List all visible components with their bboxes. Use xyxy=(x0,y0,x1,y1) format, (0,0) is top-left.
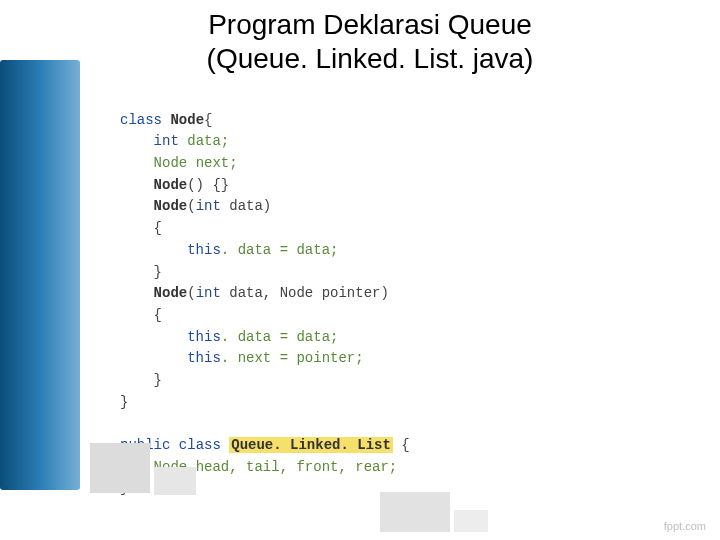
kw-int-3: int xyxy=(196,285,221,301)
code-block: class Node{ int data; Node next; Node() … xyxy=(120,88,660,500)
ctor-node: Node xyxy=(154,177,188,193)
ctor-empty: () {} xyxy=(187,177,229,193)
kw-int-2: int xyxy=(196,198,221,214)
assign-next: . next = pointer; xyxy=(221,350,364,366)
ctor-node-3: Node xyxy=(154,285,188,301)
field-next: next; xyxy=(196,155,238,171)
brace-close-class: } xyxy=(120,394,128,410)
assign-data: . data = data; xyxy=(221,242,339,258)
footer-credit: fppt.com xyxy=(664,520,706,532)
brace-close: } xyxy=(154,264,162,280)
field-data: data; xyxy=(187,133,229,149)
paren-2: ( xyxy=(187,285,195,301)
kw-this-3: this xyxy=(187,350,221,366)
kw-int: int xyxy=(154,133,179,149)
brace-close-2: } xyxy=(154,372,162,388)
param-data-ptr: data, Node pointer) xyxy=(221,285,389,301)
slide-title: Program Deklarasi Queue (Queue. Linked. … xyxy=(100,8,640,75)
deco-box-1 xyxy=(90,443,150,493)
title-line-1: Program Deklarasi Queue xyxy=(208,9,532,40)
sidebar-decoration xyxy=(0,60,80,490)
deco-box-3 xyxy=(380,492,450,532)
fields-list: head, tail, front, rear; xyxy=(196,459,398,475)
kw-class-2: class xyxy=(179,437,221,453)
brace-open-3: { xyxy=(393,437,410,453)
param-data: data) xyxy=(221,198,271,214)
kw-this: this xyxy=(187,242,221,258)
brace: { xyxy=(204,112,212,128)
deco-box-4 xyxy=(454,510,488,532)
assign-data-2: . data = data; xyxy=(221,329,339,345)
paren: ( xyxy=(187,198,195,214)
title-line-2: (Queue. Linked. List. java) xyxy=(207,43,534,74)
type-node: Node xyxy=(154,155,188,171)
classname-highlight: Queue. Linked. List xyxy=(229,437,393,453)
ctor-node-2: Node xyxy=(154,198,188,214)
kw-this-2: this xyxy=(187,329,221,345)
brace-open: { xyxy=(154,220,162,236)
brace-open-2: { xyxy=(154,307,162,323)
kw-class: class xyxy=(120,112,162,128)
id-node: Node xyxy=(170,112,204,128)
deco-box-2 xyxy=(154,467,196,495)
